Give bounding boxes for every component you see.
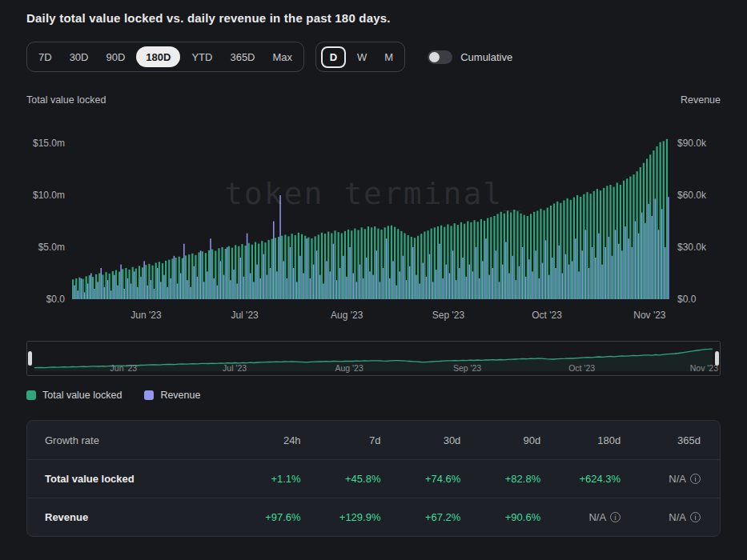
tvl-bar[interactable]	[388, 226, 389, 299]
tvl-bar[interactable]	[547, 208, 548, 299]
tvl-bar[interactable]	[122, 269, 123, 299]
tvl-bar[interactable]	[261, 241, 263, 299]
info-icon[interactable]: i	[610, 512, 620, 522]
revenue-bar[interactable]	[658, 230, 660, 299]
revenue-bar[interactable]	[505, 242, 507, 300]
tvl-bar[interactable]	[145, 265, 147, 299]
tvl-bar[interactable]	[132, 267, 134, 299]
tvl-bar[interactable]	[606, 186, 608, 299]
revenue-bar[interactable]	[628, 238, 629, 299]
revenue-bar[interactable]	[230, 280, 231, 299]
tvl-bar[interactable]	[135, 269, 137, 299]
tvl-bar[interactable]	[205, 253, 207, 299]
tvl-bar[interactable]	[496, 214, 498, 299]
tvl-bar[interactable]	[245, 246, 247, 299]
tvl-bar[interactable]	[457, 225, 459, 299]
revenue-bar[interactable]	[131, 284, 132, 300]
revenue-bar[interactable]	[452, 250, 454, 299]
tvl-bar[interactable]	[112, 271, 114, 299]
revenue-bar[interactable]	[210, 238, 211, 299]
tvl-bar[interactable]	[447, 224, 448, 299]
tvl-bar[interactable]	[95, 274, 97, 299]
revenue-bar[interactable]	[81, 278, 82, 299]
tvl-bar[interactable]	[637, 171, 638, 299]
tvl-bar[interactable]	[527, 216, 528, 299]
revenue-bar[interactable]	[423, 263, 424, 300]
tvl-bar[interactable]	[162, 263, 163, 299]
tvl-bar[interactable]	[304, 236, 306, 299]
tvl-bar[interactable]	[315, 236, 316, 299]
tvl-bar[interactable]	[311, 238, 312, 299]
revenue-bar[interactable]	[177, 284, 179, 300]
revenue-bar[interactable]	[110, 290, 112, 299]
revenue-bar[interactable]	[107, 280, 109, 299]
revenue-bar[interactable]	[287, 278, 288, 299]
revenue-bar[interactable]	[267, 275, 268, 299]
revenue-bar[interactable]	[343, 256, 344, 299]
revenue-bar[interactable]	[352, 274, 354, 300]
tvl-bar[interactable]	[185, 255, 187, 299]
tvl-bar[interactable]	[570, 200, 572, 299]
tvl-bar[interactable]	[92, 277, 94, 299]
revenue-bar[interactable]	[651, 216, 653, 299]
tvl-bar[interactable]	[222, 247, 223, 299]
revenue-bar[interactable]	[595, 258, 596, 299]
tvl-bar[interactable]	[278, 237, 279, 299]
revenue-bar[interactable]	[635, 222, 637, 300]
tvl-bar[interactable]	[168, 260, 170, 299]
revenue-bar[interactable]	[316, 250, 318, 299]
revenue-bar[interactable]	[326, 261, 327, 299]
revenue-bar[interactable]	[403, 256, 404, 299]
tvl-bar[interactable]	[510, 212, 512, 299]
tvl-bar[interactable]	[171, 258, 173, 299]
revenue-bar[interactable]	[356, 282, 358, 299]
tvl-bar[interactable]	[301, 234, 303, 299]
revenue-bar[interactable]	[114, 275, 115, 299]
tvl-bar[interactable]	[307, 238, 309, 299]
revenue-bar[interactable]	[236, 284, 238, 300]
revenue-bar[interactable]	[279, 195, 281, 299]
revenue-bar[interactable]	[299, 256, 301, 299]
revenue-bar[interactable]	[456, 280, 457, 299]
tvl-bar[interactable]	[586, 192, 588, 299]
tvl-bar[interactable]	[211, 250, 213, 299]
tvl-bar[interactable]	[324, 234, 326, 299]
tvl-bar[interactable]	[609, 185, 611, 299]
revenue-bar[interactable]	[469, 265, 471, 299]
tvl-bar[interactable]	[440, 226, 442, 299]
revenue-bar[interactable]	[532, 271, 533, 299]
revenue-bar[interactable]	[333, 244, 335, 299]
range-button-ytd[interactable]: YTD	[183, 42, 221, 71]
interval-button-w[interactable]: W	[348, 42, 376, 71]
revenue-bar[interactable]	[270, 268, 271, 299]
tvl-bar[interactable]	[593, 191, 595, 299]
revenue-bar[interactable]	[426, 277, 428, 299]
revenue-bar[interactable]	[621, 250, 623, 299]
revenue-bar[interactable]	[263, 254, 265, 299]
revenue-bar[interactable]	[548, 275, 550, 299]
revenue-bar[interactable]	[400, 271, 401, 299]
tvl-bar[interactable]	[493, 216, 495, 299]
tvl-bar[interactable]	[208, 250, 210, 299]
revenue-bar[interactable]	[519, 266, 520, 299]
tvl-bar[interactable]	[118, 272, 120, 299]
revenue-bar[interactable]	[290, 247, 291, 299]
revenue-bar[interactable]	[380, 282, 381, 299]
tvl-bar[interactable]	[620, 185, 621, 299]
tvl-bar[interactable]	[583, 194, 584, 299]
tvl-bar[interactable]	[271, 239, 273, 299]
tvl-bar[interactable]	[380, 230, 382, 299]
revenue-bar[interactable]	[140, 277, 142, 299]
tvl-bar[interactable]	[182, 258, 183, 299]
tvl-bar[interactable]	[550, 206, 552, 299]
revenue-bar[interactable]	[94, 289, 95, 299]
tvl-bar[interactable]	[72, 279, 74, 299]
tvl-bar[interactable]	[404, 233, 405, 299]
revenue-bar[interactable]	[372, 275, 374, 299]
revenue-bar[interactable]	[555, 268, 556, 299]
tvl-bar[interactable]	[516, 211, 518, 299]
tvl-bar[interactable]	[391, 226, 392, 299]
tvl-bar[interactable]	[473, 220, 475, 299]
tvl-bar[interactable]	[155, 263, 157, 300]
tvl-bar[interactable]	[507, 211, 508, 300]
